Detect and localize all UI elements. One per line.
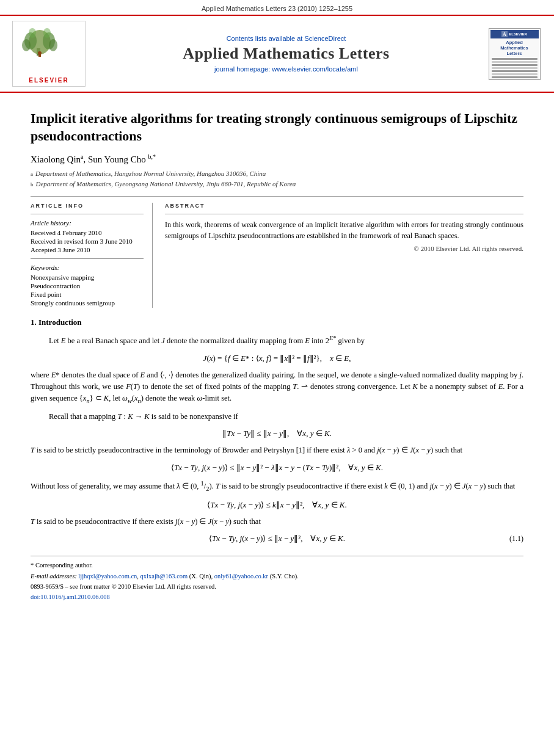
footnote-area: * Corresponding author. E-mail addresses…: [31, 556, 523, 600]
article-info-heading: ARTICLE INFO: [31, 203, 144, 209]
svg-point-8: [29, 28, 36, 38]
keyword-2: Pseudocontraction: [31, 282, 144, 289]
keyword-1: Nonexpansive mapping: [31, 274, 144, 281]
keyword-3: Fixed point: [31, 291, 144, 298]
svg-text:A: A: [503, 32, 506, 37]
contents-available: Contents lists available at ScienceDirec…: [227, 35, 346, 42]
header-center: Contents lists available at ScienceDirec…: [93, 21, 479, 87]
intro-para-4: T is said to be strictly pseudocontracti…: [31, 445, 523, 456]
aml-logo: A ELSEVIER AppliedMathematicsLetters: [487, 21, 542, 87]
accepted-date: Accepted 3 June 2010: [31, 246, 144, 253]
main-content: Implicit iterative algorithms for treati…: [0, 93, 554, 612]
aml-logo-title: AppliedMathematicsLetters: [500, 40, 528, 56]
article-history-label: Article history:: [31, 219, 144, 227]
journal-title: Applied Mathematics Letters: [183, 45, 389, 63]
svg-point-9: [43, 28, 51, 38]
article-info-abstract: ARTICLE INFO Article history: Received 4…: [31, 196, 523, 308]
journal-reference: Applied Mathematics Letters 23 (2010) 12…: [0, 0, 554, 15]
keyword-4: Strongly continuous semigroup: [31, 299, 144, 307]
equation-11-number: (1.1): [487, 534, 523, 543]
intro-para-5: Without loss of generality, we may assum…: [31, 479, 523, 494]
journal-homepage: journal homepage: www.elsevier.com/locat…: [214, 65, 358, 73]
footnote-issn: 0893-9659/$ – see front matter © 2010 El…: [31, 583, 523, 592]
elsevier-logo: ELSEVIER: [12, 21, 86, 87]
footnote-emails: E-mail addresses: ljjhqxl@yahoo.com.cn, …: [31, 572, 523, 581]
intro-para-3: Recall that a mapping T : K → K is said …: [31, 411, 523, 423]
aml-logo-lines: [490, 58, 539, 80]
journal-header: ELSEVIER Contents lists available at Sci…: [0, 15, 554, 93]
svg-point-4: [22, 39, 31, 51]
paper-title: Implicit iterative algorithms for treati…: [31, 110, 523, 145]
svg-rect-7: [38, 54, 41, 57]
affiliations: aDepartment of Mathematics, Hangzhou Nor…: [31, 169, 523, 189]
intro-para-2: where E* denotes the dual space of E and…: [31, 369, 523, 406]
equation-11: ⟨Tx − Ty, j(x − y)⟩ ≤ ‖x − y‖², ∀x, y ∈ …: [67, 534, 487, 543]
article-info-column: ARTICLE INFO Article history: Received 4…: [31, 203, 153, 308]
equation-strongly-pseudo: ⟨Tx − Ty, j(x − y)⟩ ≤ k‖x − y‖², ∀x, y ∈…: [31, 500, 523, 510]
aml-logo-header: A ELSEVIER: [490, 30, 539, 38]
equation-nonexpansive: ‖Tx − Ty‖ ≤ ‖x − y‖, ∀x, y ∈ K.: [31, 429, 523, 438]
footnote-corresponding: * Corresponding author.: [31, 561, 523, 570]
received-date: Received 4 February 2010: [31, 229, 144, 236]
revised-date: Received in revised form 3 June 2010: [31, 238, 144, 245]
footnote-doi: doi:10.1016/j.aml.2010.06.008: [31, 594, 523, 600]
abstract-text: In this work, theorems of weak convergen…: [165, 219, 523, 241]
copyright-line: © 2010 Elsevier Ltd. All rights reserved…: [165, 245, 523, 252]
abstract-heading: ABSTRACT: [165, 203, 523, 209]
section-1-title: 1. Introduction: [31, 318, 523, 327]
elsevier-text: ELSEVIER: [29, 77, 68, 84]
abstract-column: ABSTRACT In this work, theorems of weak …: [165, 203, 523, 308]
keywords-label: Keywords:: [31, 264, 144, 271]
equation-J: J(x) = {f ∈ E* : ⟨x, f⟩ = ‖x‖² = ‖f‖²}, …: [31, 354, 523, 363]
intro-para-1: Let E be a real Banach space and let J d…: [31, 333, 523, 347]
equation-11-row: ⟨Tx − Ty, j(x − y)⟩ ≤ ‖x − y‖², ∀x, y ∈ …: [31, 534, 523, 543]
svg-point-5: [49, 39, 57, 51]
authors: Xiaolong Qina, Sun Young Cho b,*: [31, 153, 523, 165]
equation-strictly-pseudo: ⟨Tx − Ty, j(x − y)⟩ ≤ ‖x − y‖² − λ‖x − y…: [31, 463, 523, 473]
intro-para-6: T is said to be pseudocontractive if the…: [31, 516, 523, 528]
